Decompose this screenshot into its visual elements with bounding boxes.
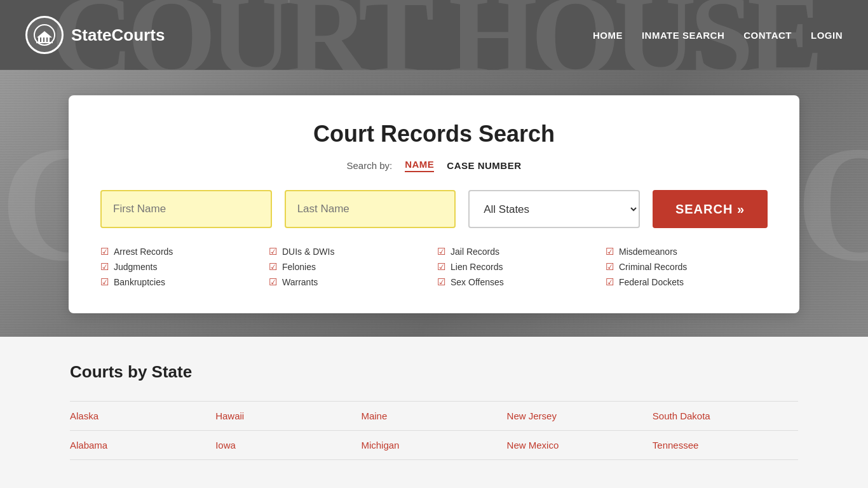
state-select[interactable]: All StatesAlabamaAlaskaArizonaArkansasCa… xyxy=(468,190,640,228)
state-link[interactable]: New Jersey xyxy=(507,401,653,431)
search-button[interactable]: SEARCH » xyxy=(653,190,768,228)
nav-inmate-search[interactable]: INMATE SEARCH xyxy=(642,30,724,41)
state-link[interactable]: Alabama xyxy=(70,431,215,460)
feature-label: Warrants xyxy=(282,277,318,287)
tab-name[interactable]: NAME xyxy=(405,159,434,172)
logo-icon xyxy=(25,16,64,54)
feature-label: Federal Dockets xyxy=(619,277,684,287)
card-title: Court Records Search xyxy=(100,121,768,147)
check-icon: ☑ xyxy=(606,261,614,273)
check-icon: ☑ xyxy=(100,276,109,288)
feature-item: ☑Criminal Records xyxy=(606,261,768,273)
hero-section: COURTHOUSE Court Records Search Search b… xyxy=(0,70,868,337)
check-icon: ☑ xyxy=(269,261,277,273)
tab-case-number[interactable]: CASE NUMBER xyxy=(447,160,521,171)
check-icon: ☑ xyxy=(606,246,614,257)
features-grid: ☑Arrest Records☑DUIs & DWIs☑Jail Records… xyxy=(100,246,768,288)
state-link[interactable]: Maine xyxy=(361,401,506,431)
feature-item: ☑Arrest Records xyxy=(100,246,262,257)
feature-item: ☑Warrants xyxy=(269,276,431,288)
feature-label: Jail Records xyxy=(451,247,499,257)
feature-item: ☑Sex Offenses xyxy=(437,276,599,288)
state-link[interactable]: Michigan xyxy=(361,431,506,460)
feature-label: Criminal Records xyxy=(619,262,687,272)
feature-label: Bankruptcies xyxy=(114,277,165,287)
logo-name: StateCourts xyxy=(71,25,165,45)
feature-label: Sex Offenses xyxy=(451,277,504,287)
svg-marker-5 xyxy=(37,31,52,37)
svg-rect-1 xyxy=(38,37,40,43)
search-by-label: Search by: xyxy=(346,160,392,171)
svg-rect-6 xyxy=(36,42,53,43)
last-name-input[interactable] xyxy=(285,190,456,228)
check-icon: ☑ xyxy=(269,276,277,288)
site-logo[interactable]: StateCourts xyxy=(25,16,165,54)
check-icon: ☑ xyxy=(100,246,109,257)
search-inputs-row: All StatesAlabamaAlaskaArizonaArkansasCa… xyxy=(100,190,768,228)
search-card: Court Records Search Search by: NAME CAS… xyxy=(69,95,799,313)
feature-item: ☑Bankruptcies xyxy=(100,276,262,288)
state-link[interactable]: Tennessee xyxy=(653,431,798,460)
state-column: South DakotaTennessee xyxy=(653,401,798,460)
feature-label: Felonies xyxy=(282,262,316,272)
courts-section: Courts by State AlaskaAlabamaHawaiiIowaM… xyxy=(0,337,868,488)
check-icon: ☑ xyxy=(606,276,614,288)
state-column: New JerseyNew Mexico xyxy=(507,401,653,460)
site-header: COURT HOUSE StateCourts HOME INMATE SEAR… xyxy=(0,0,868,70)
feature-item: ☑Misdemeanors xyxy=(606,246,768,257)
nav-home[interactable]: HOME xyxy=(593,30,623,41)
feature-item: ☑Judgments xyxy=(100,261,262,273)
state-column: AlaskaAlabama xyxy=(70,401,215,460)
state-link[interactable]: South Dakota xyxy=(653,401,798,431)
state-link[interactable]: Iowa xyxy=(215,431,361,460)
nav-login[interactable]: LOGIN xyxy=(811,30,843,41)
check-icon: ☑ xyxy=(269,246,277,257)
check-icon: ☑ xyxy=(437,261,445,273)
check-icon: ☑ xyxy=(437,246,445,257)
check-icon: ☑ xyxy=(437,276,445,288)
courts-section-title: Courts by State xyxy=(70,362,798,382)
state-link[interactable]: Alaska xyxy=(70,401,215,431)
first-name-input[interactable] xyxy=(100,190,272,228)
feature-label: Arrest Records xyxy=(114,247,173,257)
state-link[interactable]: New Mexico xyxy=(507,431,653,460)
feature-item: ☑Federal Dockets xyxy=(606,276,768,288)
states-grid: AlaskaAlabamaHawaiiIowaMaineMichiganNew … xyxy=(70,401,798,460)
state-link[interactable]: Hawaii xyxy=(215,401,361,431)
feature-label: Judgments xyxy=(114,262,157,272)
feature-label: Misdemeanors xyxy=(619,247,677,257)
check-icon: ☑ xyxy=(100,261,109,273)
feature-item: ☑DUIs & DWIs xyxy=(269,246,431,257)
state-column: MaineMichigan xyxy=(361,401,506,460)
feature-item: ☑Jail Records xyxy=(437,246,599,257)
feature-item: ☑Felonies xyxy=(269,261,431,273)
main-nav: HOME INMATE SEARCH CONTACT LOGIN xyxy=(593,30,843,41)
feature-label: DUIs & DWIs xyxy=(282,247,334,257)
nav-contact[interactable]: CONTACT xyxy=(743,30,792,41)
feature-item: ☑Lien Records xyxy=(437,261,599,273)
feature-label: Lien Records xyxy=(451,262,503,272)
state-column: HawaiiIowa xyxy=(215,401,361,460)
search-by-tabs: Search by: NAME CASE NUMBER xyxy=(100,159,768,172)
